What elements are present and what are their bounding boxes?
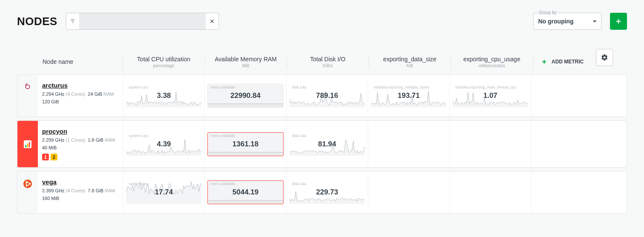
node-info: vega 2.399 GHz (4 Cores) 7.8 GiB RAM 160…: [38, 171, 123, 213]
node-meta-cpu: 2.399 GHz (4 Cores) 7.8 GiB RAM: [42, 188, 119, 193]
svg-point-7: [29, 183, 31, 185]
sparkline: disk.sda 789.16: [289, 84, 365, 108]
col-disk: Total Disk I/O: [310, 56, 345, 63]
node-meta-cpu: 2.299 GHz (1 Cores) 1.8 GiB RAM: [42, 137, 119, 143]
sparkline: system.cpu 4.39: [126, 132, 202, 156]
col-export-size: exporting_data_size: [383, 56, 436, 63]
svg-rect-3: [27, 143, 28, 147]
node-info: procyon 2.299 GHz (1 Cores) 1.8 GiB RAM …: [38, 121, 123, 167]
metric-cell[interactable]: [449, 121, 531, 167]
sparkline: netdata.exporting_main_thread_cpu 1.07: [452, 84, 528, 108]
netdata-icon: [23, 140, 32, 149]
metric-value: 1.07: [453, 84, 528, 107]
node-meta-cpu: 2.294 GHz (4 Cores) 24 GiB RAM: [42, 91, 119, 97]
metric-value: 22990.84: [208, 84, 283, 107]
node-meta-disk: 120 GiB: [42, 99, 119, 104]
add-button[interactable]: [610, 13, 627, 30]
metric-value: 17.74: [126, 181, 201, 204]
metric-cell[interactable]: mem.available 22990.84: [204, 75, 286, 117]
node-row: arcturus 2.294 GHz (4 Cores) 24 GiB RAM …: [17, 74, 627, 117]
node-meta-disk: 40 MiB: [42, 145, 119, 150]
settings-button[interactable]: [596, 49, 613, 66]
metric-cell[interactable]: disk.sda 229.73: [286, 171, 368, 213]
metric-cell[interactable]: netdata.exporting_netdata_bytes 193.71: [368, 75, 449, 117]
node-row: procyon 2.299 GHz (1 Cores) 1.8 GiB RAM …: [17, 120, 627, 168]
metric-value: 229.73: [289, 181, 365, 204]
metric-value: 3.38: [126, 84, 201, 107]
svg-point-9: [26, 185, 27, 187]
svg-rect-4: [29, 142, 30, 147]
clear-filter-button[interactable]: [206, 18, 218, 24]
metric-cell[interactable]: system.cpu 17.74: [123, 171, 204, 213]
filter-input[interactable]: [79, 13, 206, 29]
group-by-label: Group by: [537, 10, 558, 15]
node-info: arcturus 2.294 GHz (4 Cores) 24 GiB RAM …: [38, 75, 123, 117]
col-memory: Available Memory RAM: [215, 56, 277, 63]
os-indicator: [17, 171, 38, 213]
col-cpu: Total CPU utilization: [137, 56, 190, 63]
metric-cell[interactable]: netdata.exporting_main_thread_cpu 1.07: [449, 75, 531, 117]
metric-value: 193.71: [371, 84, 446, 107]
sparkline: disk.sda 229.73: [289, 180, 365, 204]
filter-container: [66, 13, 219, 30]
group-by-value: No grouping: [538, 18, 573, 25]
svg-point-8: [26, 181, 27, 183]
os-indicator: [17, 121, 38, 167]
metric-value: 789.16: [289, 84, 365, 107]
metric-value: 81.94: [289, 133, 365, 156]
column-headers: Node name Total CPU utilization percenta…: [17, 49, 627, 74]
metric-value: 5044.19: [208, 181, 283, 204]
node-name-link[interactable]: vega: [42, 178, 119, 186]
svg-rect-2: [26, 145, 27, 147]
node-name-link[interactable]: arcturus: [42, 82, 119, 89]
sparkline: system.cpu 3.38: [126, 84, 202, 108]
filter-icon: [66, 18, 79, 24]
page-title: NODES: [17, 15, 57, 28]
sparkline: disk.sda 81.94: [289, 132, 365, 156]
col-export-cpu: exporting_cpu_usage: [463, 56, 520, 63]
metric-cell[interactable]: disk.sda 81.94: [286, 121, 368, 167]
metric-cell[interactable]: [368, 121, 449, 167]
plus-icon: +: [542, 57, 547, 66]
warning-badge[interactable]: 2: [51, 154, 57, 160]
node-name-link[interactable]: procyon: [42, 128, 119, 135]
svg-point-0: [26, 85, 29, 89]
metric-cell[interactable]: [449, 171, 531, 213]
ubuntu-icon: [23, 179, 32, 188]
gear-icon: [601, 54, 608, 61]
group-by-select[interactable]: Group by No grouping: [533, 13, 601, 30]
metric-cell[interactable]: [368, 171, 449, 213]
node-meta-disk: 160 MiB: [42, 196, 119, 201]
sparkline: mem.available 1361.18: [207, 132, 284, 156]
metric-cell[interactable]: system.cpu 3.38: [123, 75, 204, 117]
metric-cell[interactable]: system.cpu 4.39: [123, 121, 204, 167]
metric-value: 1361.18: [208, 133, 283, 156]
metric-cell[interactable]: disk.sda 789.16: [286, 75, 368, 117]
metric-cell[interactable]: mem.available 1361.18: [204, 121, 286, 167]
metric-cell[interactable]: mem.available 5044.19: [204, 171, 286, 213]
sparkline: mem.available 5044.19: [207, 180, 284, 204]
chevron-down-icon: [593, 20, 597, 23]
node-row: vega 2.399 GHz (4 Cores) 7.8 GiB RAM 160…: [17, 171, 627, 214]
add-metric-button[interactable]: + ADD METRIC: [533, 49, 593, 74]
sparkline: system.cpu 17.74: [126, 180, 202, 204]
critical-badge[interactable]: 1: [42, 154, 49, 160]
sparkline: netdata.exporting_netdata_bytes 193.71: [371, 84, 447, 108]
os-indicator: [17, 75, 38, 117]
sparkline: mem.available 22990.84: [207, 84, 284, 108]
alert-badges: 1 2: [42, 154, 119, 160]
col-node-name: Node name: [43, 58, 73, 65]
debian-icon: [23, 83, 32, 92]
metric-value: 4.39: [126, 133, 201, 156]
